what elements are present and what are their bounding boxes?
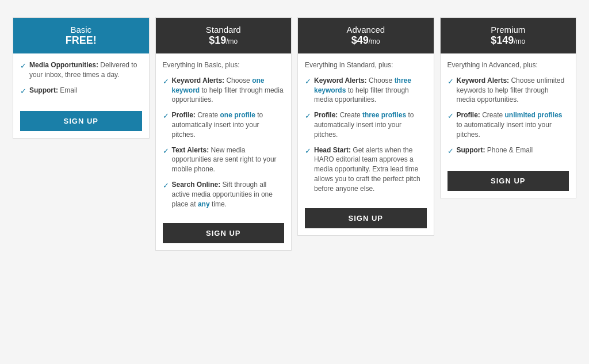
feature-label: Keyword Alerts: xyxy=(172,76,227,85)
list-item: ✓Keyword Alerts: Choose one keyword to h… xyxy=(163,76,285,105)
plan-name-basic: Basic xyxy=(19,25,143,35)
checkmark-icon: ✓ xyxy=(305,76,311,105)
plan-price-standard: $19/mo xyxy=(162,35,286,47)
signup-button-basic[interactable]: SIGN UP xyxy=(20,111,142,131)
feature-list-premium: ✓Keyword Alerts: Choose unlimited keywor… xyxy=(448,76,569,162)
list-item: ✓Search Online: Sift through all active … xyxy=(163,180,285,209)
checkmark-icon: ✓ xyxy=(163,111,169,139)
checkmark-icon: ✓ xyxy=(448,76,454,105)
plan-price-advanced: $49/mo xyxy=(304,35,428,47)
checkmark-icon: ✓ xyxy=(163,76,169,105)
feature-text: Profile: Create one profile to automatic… xyxy=(172,110,285,139)
plan-intro-standard: Everything in Basic, plus: xyxy=(163,60,285,70)
plan-body-premium: Everything in Advanced, plus:✓Keyword Al… xyxy=(441,53,576,198)
checkmark-icon: ✓ xyxy=(448,146,454,156)
feature-text: Keyword Alerts: Choose one keyword to he… xyxy=(172,76,285,105)
checkmark-icon: ✓ xyxy=(163,146,169,174)
feature-label: Profile: xyxy=(314,111,340,119)
plan-header-basic: BasicFREE! xyxy=(13,18,149,53)
feature-label: Search Online: xyxy=(172,181,223,189)
list-item: ✓Support: Phone & Email xyxy=(448,145,569,156)
signup-button-advanced[interactable]: SIGN UP xyxy=(305,208,427,228)
feature-text: Keyword Alerts: Choose three keywords to… xyxy=(314,76,427,105)
feature-text: Search Online: Sift through all active m… xyxy=(172,180,285,209)
list-item: ✓Support: Email xyxy=(20,86,142,97)
plan-price-basic: FREE! xyxy=(19,35,143,47)
feature-label: Keyword Alerts: xyxy=(314,76,369,85)
feature-text: Profile: Create unlimited profiles to au… xyxy=(457,110,569,139)
feature-list-advanced: ✓Keyword Alerts: Choose three keywords t… xyxy=(305,76,427,200)
feature-label: Profile: xyxy=(172,111,198,119)
feature-label: Keyword Alerts: xyxy=(457,76,511,85)
list-item: ✓Profile: Create three profiles to autom… xyxy=(305,110,427,139)
checkmark-icon: ✓ xyxy=(448,111,454,139)
checkmark-icon: ✓ xyxy=(20,61,26,80)
plan-name-premium: Premium xyxy=(446,25,571,35)
plan-name-standard: Standard xyxy=(162,25,286,35)
highlight-text: three profiles xyxy=(362,111,406,119)
feature-label: Support: xyxy=(29,86,60,94)
plan-card-basic: BasicFREE!✓Media Opportunities: Delivere… xyxy=(13,17,150,139)
feature-label: Profile: xyxy=(457,111,483,119)
plan-card-standard: Standard$19/moEverything in Basic, plus:… xyxy=(155,17,292,251)
plan-header-premium: Premium$149/mo xyxy=(441,18,576,53)
feature-label: Text Alerts: xyxy=(172,146,211,154)
plan-header-standard: Standard$19/mo xyxy=(156,18,292,53)
feature-text: Media Opportunities: Delivered to your i… xyxy=(29,60,142,80)
feature-text: Head Start: Get alerts when the HARO edi… xyxy=(314,145,427,194)
feature-label: Head Start: xyxy=(314,146,353,154)
plan-body-advanced: Everything in Standard, plus:✓Keyword Al… xyxy=(298,53,434,235)
signup-button-standard[interactable]: SIGN UP xyxy=(163,223,285,243)
pricing-container: BasicFREE!✓Media Opportunities: Delivere… xyxy=(13,17,576,251)
plan-price-premium: $149/mo xyxy=(446,35,571,47)
feature-text: Profile: Create three profiles to automa… xyxy=(314,110,427,139)
list-item: ✓Text Alerts: New media opportunities ar… xyxy=(163,145,285,174)
feature-text: Keyword Alerts: Choose unlimited keyword… xyxy=(457,76,569,105)
highlight-text: one profile xyxy=(220,111,255,119)
highlight-text: any xyxy=(198,200,210,208)
list-item: ✓Profile: Create one profile to automati… xyxy=(163,110,285,139)
plan-name-advanced: Advanced xyxy=(304,25,428,35)
plan-header-advanced: Advanced$49/mo xyxy=(298,18,434,53)
plan-body-basic: ✓Media Opportunities: Delivered to your … xyxy=(13,53,149,138)
feature-text: Text Alerts: New media opportunities are… xyxy=(172,145,285,174)
list-item: ✓Keyword Alerts: Choose unlimited keywor… xyxy=(448,76,569,105)
list-item: ✓Head Start: Get alerts when the HARO ed… xyxy=(305,145,427,194)
feature-text: Support: Phone & Email xyxy=(457,145,569,156)
highlight-text: unlimited profiles xyxy=(505,111,563,119)
list-item: ✓Profile: Create unlimited profiles to a… xyxy=(448,110,569,139)
plan-body-standard: Everything in Basic, plus:✓Keyword Alert… xyxy=(156,53,292,250)
checkmark-icon: ✓ xyxy=(305,146,311,194)
plan-intro-premium: Everything in Advanced, plus: xyxy=(448,60,569,70)
list-item: ✓Keyword Alerts: Choose three keywords t… xyxy=(305,76,427,105)
feature-label: Support: xyxy=(457,146,487,154)
signup-button-premium[interactable]: SIGN UP xyxy=(448,171,569,191)
checkmark-icon: ✓ xyxy=(20,86,26,97)
plan-intro-advanced: Everything in Standard, plus: xyxy=(305,60,427,70)
plan-card-advanced: Advanced$49/moEverything in Standard, pl… xyxy=(297,17,434,236)
checkmark-icon: ✓ xyxy=(305,111,311,139)
list-item: ✓Media Opportunities: Delivered to your … xyxy=(20,60,142,80)
feature-label: Media Opportunities: xyxy=(29,61,100,69)
feature-list-basic: ✓Media Opportunities: Delivered to your … xyxy=(20,60,142,102)
feature-text: Support: Email xyxy=(29,86,142,97)
plan-card-premium: Premium$149/moEverything in Advanced, pl… xyxy=(440,17,577,198)
checkmark-icon: ✓ xyxy=(163,181,169,209)
feature-list-standard: ✓Keyword Alerts: Choose one keyword to h… xyxy=(163,76,285,215)
